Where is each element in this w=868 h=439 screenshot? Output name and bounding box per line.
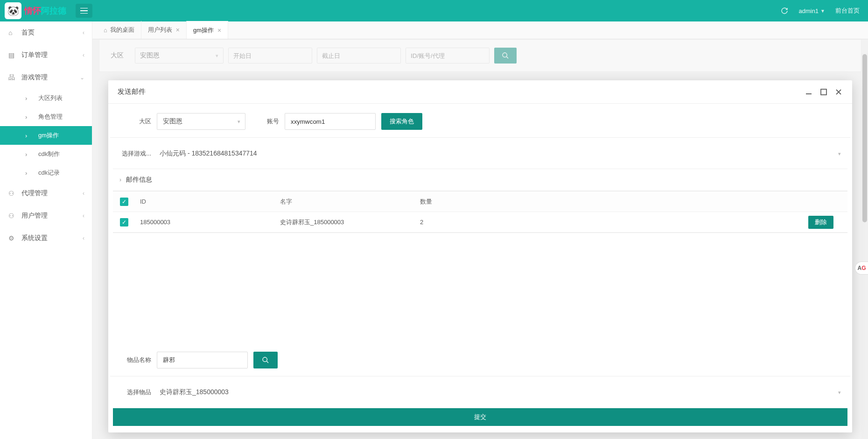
tabs: ⌂ 我的桌面 用户列表 × gm操作 × [92, 21, 868, 39]
sidebar-item-agent[interactable]: ⚇ 代理管理 ‹ [0, 182, 92, 205]
submit-button[interactable]: 提交 [113, 408, 847, 426]
tab-user-list[interactable]: 用户列表 × [141, 21, 187, 39]
agent-icon: ⚇ [8, 190, 17, 197]
maximize-icon[interactable] [819, 88, 828, 96]
sidebar-label: 代理管理 [21, 189, 48, 198]
select-all-checkbox[interactable]: ✓ [120, 198, 128, 206]
sidebar-item-gm-op[interactable]: › gm操作 [0, 126, 92, 145]
cell-qty: 2 [415, 219, 555, 226]
chevron-left-icon: ‹ [83, 235, 84, 241]
svg-rect-1 [821, 89, 826, 95]
account-label: 账号 [251, 117, 279, 126]
zone-label: 大区 [104, 51, 130, 60]
chevron-right-icon: › [25, 170, 34, 177]
select-item-label: 选择物品 [115, 388, 151, 397]
sidebar-item-user[interactable]: ⚇ 用户管理 ‹ [0, 205, 92, 227]
tab-label: 我的桌面 [110, 26, 134, 34]
svg-point-3 [263, 357, 267, 361]
mail-info-header[interactable]: › 邮件信息 [113, 169, 847, 191]
table-header: ✓ ID 名字 数量 [113, 191, 847, 212]
dialog-title: 发送邮件 [118, 87, 146, 96]
sidebar-item-cdk-record[interactable]: › cdk记录 [0, 163, 92, 182]
scrollbar-thumb[interactable] [862, 54, 867, 222]
home-icon: ⌂ [8, 29, 17, 36]
sidebar-toggle[interactable] [76, 4, 92, 18]
close-icon[interactable] [834, 88, 843, 96]
item-select[interactable]: 史诗辟邪玉_185000003 ▾ [157, 384, 846, 401]
sidebar-item-home[interactable]: ⌂ 首页 ‹ [0, 21, 92, 44]
sidebar: ⌂ 首页 ‹ ▤ 订单管理 ‹ 品 游戏管理 ⌄ › 大区列表 › 角色管理 ›… [0, 21, 92, 439]
svg-rect-2 [821, 89, 826, 95]
sidebar-item-order[interactable]: ▤ 订单管理 ‹ [0, 44, 92, 66]
mail-info-label: 邮件信息 [126, 176, 152, 184]
sidebar-item-role-mgmt[interactable]: › 角色管理 [0, 107, 92, 126]
zone-select[interactable]: 安图恩 ▾ [157, 113, 245, 130]
start-date-input[interactable] [228, 48, 312, 64]
end-date-input[interactable] [317, 48, 401, 64]
svg-point-0 [503, 53, 507, 57]
sidebar-label: cdk记录 [38, 169, 60, 177]
filter-bar: 大区 安图恩 ▾ [99, 39, 861, 72]
search-role-button[interactable]: 搜索角色 [381, 113, 422, 130]
game-icon: 品 [8, 73, 17, 82]
chevron-left-icon: ‹ [83, 29, 84, 36]
sidebar-label: cdk制作 [38, 150, 60, 158]
caret-down-icon: ▾ [838, 389, 841, 396]
row-checkbox[interactable]: ✓ [120, 218, 128, 227]
gear-icon: ⚙ [8, 234, 17, 242]
zone-select[interactable]: 安图恩 ▾ [135, 48, 224, 64]
cell-id: 185000003 [135, 219, 275, 226]
col-name: 名字 [275, 198, 415, 206]
search-button[interactable] [494, 48, 517, 64]
front-site-link[interactable]: 前台首页 [835, 7, 860, 15]
zone-select-value: 安图恩 [163, 117, 182, 126]
order-icon: ▤ [8, 51, 17, 59]
tab-label: 用户列表 [148, 26, 172, 34]
sidebar-item-game[interactable]: 品 游戏管理 ⌄ [0, 66, 92, 89]
sidebar-label: 角色管理 [38, 113, 63, 121]
game-select-value: 小仙元码 - 183521684815347714 [160, 149, 257, 158]
sidebar-item-cdk-make[interactable]: › cdk制作 [0, 145, 92, 163]
search-input[interactable] [406, 48, 490, 64]
floating-badge[interactable]: AG [855, 262, 868, 275]
user-icon: ⚇ [8, 212, 17, 220]
topbar: 🐼 情怀阿拉德 admin1 ▼ 前台首页 [0, 0, 868, 21]
zone-label: 大区 [115, 117, 151, 126]
item-name-input[interactable] [157, 352, 248, 368]
sidebar-label: 大区列表 [38, 94, 63, 102]
username-label: admin1 [798, 7, 819, 14]
chevron-down-icon: ⌄ [80, 74, 84, 81]
scrollbar[interactable] [861, 53, 868, 439]
chevron-right-icon: › [25, 95, 34, 102]
refresh-icon[interactable] [781, 7, 788, 14]
chevron-right-icon: › [25, 151, 34, 158]
game-select[interactable]: 小仙元码 - 183521684815347714 ▾ [157, 145, 846, 162]
col-qty: 数量 [415, 198, 555, 206]
account-input[interactable] [285, 113, 376, 130]
close-icon[interactable]: × [217, 27, 221, 34]
sidebar-label: 系统设置 [21, 234, 48, 242]
col-id: ID [135, 198, 275, 205]
delete-button[interactable]: 删除 [808, 216, 833, 229]
logo: 🐼 情怀阿拉德 [0, 0, 71, 21]
sidebar-label: 用户管理 [21, 212, 48, 220]
chevron-right-icon: › [25, 113, 34, 120]
home-icon: ⌂ [104, 27, 107, 34]
tab-desktop[interactable]: ⌂ 我的桌面 [97, 21, 141, 39]
sidebar-label: 首页 [21, 28, 35, 37]
send-mail-dialog: 发送邮件 大区 安图恩 ▾ 账号 [108, 80, 852, 432]
user-menu[interactable]: admin1 ▼ [798, 7, 825, 14]
close-icon[interactable]: × [176, 26, 180, 34]
tab-gm-op[interactable]: gm操作 × [187, 21, 228, 39]
sidebar-label: 订单管理 [21, 51, 48, 59]
item-search-button[interactable] [253, 352, 278, 368]
sidebar-item-zone-list[interactable]: › 大区列表 [0, 89, 92, 107]
chevron-right-icon: › [119, 177, 121, 183]
sidebar-item-system[interactable]: ⚙ 系统设置 ‹ [0, 227, 92, 249]
items-table: ✓ ID 名字 数量 ✓ 185000003 史诗辟邪玉_185000003 2… [113, 191, 847, 233]
select-game-label: 选择游戏... [115, 149, 151, 158]
chevron-left-icon: ‹ [83, 52, 84, 58]
minimize-icon[interactable] [805, 88, 813, 96]
caret-down-icon: ▾ [838, 151, 841, 157]
cell-name: 史诗辟邪玉_185000003 [275, 218, 415, 227]
